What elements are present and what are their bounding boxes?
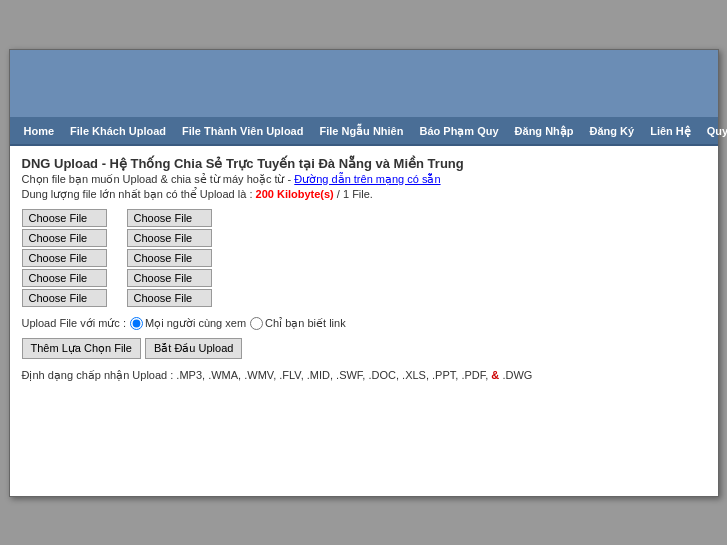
browser-header — [10, 50, 718, 118]
radio-private[interactable]: Chỉ bạn biết link — [250, 317, 346, 330]
choose-file-btn-1[interactable]: Choose File — [22, 209, 107, 227]
file-column-left: Choose File Choose File Choose File Choo… — [22, 209, 107, 307]
site-title: DNG Upload - Hệ Thống Chia Sẻ Trực Tuyến… — [22, 156, 706, 171]
choose-file-btn-8[interactable]: Choose File — [127, 249, 212, 267]
limit-suffix: / 1 File. — [337, 188, 373, 200]
instruction-link[interactable]: Đường dẫn trên mạng có sẵn — [294, 173, 440, 185]
choose-file-btn-10[interactable]: Choose File — [127, 289, 212, 307]
radio-private-input[interactable] — [250, 317, 263, 330]
nav-register[interactable]: Đăng Ký — [582, 117, 643, 145]
radio-public-label: Mọi người cùng xem — [145, 317, 246, 330]
choose-file-btn-6[interactable]: Choose File — [127, 209, 212, 227]
action-buttons: Thêm Lựa Chọn File Bắt Đầu Upload — [22, 338, 706, 359]
choose-file-btn-7[interactable]: Choose File — [127, 229, 212, 247]
radio-public[interactable]: Mọi người cùng xem — [130, 317, 246, 330]
nav-guest-upload[interactable]: File Khách Upload — [62, 117, 174, 145]
navigation-bar: Home File Khách Upload File Thành Viên U… — [10, 118, 718, 146]
nav-random-file[interactable]: File Ngẫu Nhiên — [311, 117, 411, 145]
file-inputs-container: Choose File Choose File Choose File Choo… — [22, 209, 706, 307]
choose-file-btn-2[interactable]: Choose File — [22, 229, 107, 247]
format-highlight: & — [491, 369, 499, 381]
format-line: Định dạng chấp nhận Upload : .MP3, .WMA,… — [22, 369, 706, 382]
choose-file-btn-4[interactable]: Choose File — [22, 269, 107, 287]
limit-value: 200 Kilobyte(s) — [256, 188, 334, 200]
nav-rules[interactable]: Quy Định — [699, 117, 727, 145]
format-prefix: Định dạng chấp nhận Upload : .MP3, .WMA,… — [22, 369, 489, 381]
nav-member-upload[interactable]: File Thành Viên Upload — [174, 117, 311, 145]
radio-public-input[interactable] — [130, 317, 143, 330]
format-suffix: .DWG — [502, 369, 532, 381]
upload-mode-line: Upload File với mức : Mọi người cùng xem… — [22, 317, 706, 330]
upload-mode-label: Upload File với mức : — [22, 317, 126, 330]
nav-login[interactable]: Đăng Nhập — [507, 117, 582, 145]
main-content: DNG Upload - Hệ Thống Chia Sẻ Trực Tuyến… — [10, 146, 718, 496]
choose-file-btn-3[interactable]: Choose File — [22, 249, 107, 267]
instruction-line: Chọn file bạn muốn Upload & chia sẻ từ m… — [22, 173, 706, 186]
radio-private-label: Chỉ bạn biết link — [265, 317, 346, 330]
choose-file-btn-9[interactable]: Choose File — [127, 269, 212, 287]
instruction-text: Chọn file bạn muốn Upload & chia sẻ từ m… — [22, 173, 292, 185]
clear-button[interactable]: Thêm Lựa Chọn File — [22, 338, 141, 359]
limit-line: Dung lượng file lớn nhất bạn có thể Uplo… — [22, 188, 706, 201]
nav-home[interactable]: Home — [16, 117, 63, 145]
file-column-right: Choose File Choose File Choose File Choo… — [127, 209, 212, 307]
nav-report[interactable]: Báo Phạm Quy — [411, 117, 506, 145]
upload-button[interactable]: Bắt Đầu Upload — [145, 338, 242, 359]
choose-file-btn-5[interactable]: Choose File — [22, 289, 107, 307]
limit-text: Dung lượng file lớn nhất bạn có thể Uplo… — [22, 188, 253, 200]
nav-contact[interactable]: Liên Hệ — [642, 117, 699, 145]
